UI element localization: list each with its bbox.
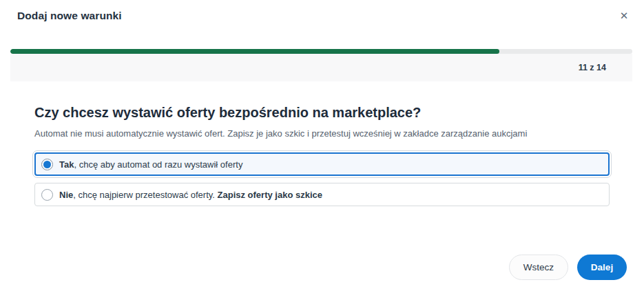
radio-icon[interactable] — [41, 159, 53, 170]
progress-fill — [10, 49, 499, 54]
wizard-footer: Wstecz Dalej — [509, 255, 627, 280]
question-heading: Czy chcesz wystawić oferty bezpośrednio … — [34, 103, 610, 121]
modal-header: Dodaj nowe warunki ✕ — [0, 0, 644, 33]
wizard-step-content: Czy chcesz wystawić oferty bezpośrednio … — [34, 103, 610, 213]
option-label: Tak, chcę aby automat od razu wystawił o… — [59, 159, 242, 170]
progress-bar — [10, 49, 632, 54]
radio-icon[interactable] — [41, 189, 53, 201]
option-yes-publish[interactable]: Tak, chcę aby automat od razu wystawił o… — [34, 152, 610, 176]
question-description: Automat nie musi automatycznie wystawić … — [34, 128, 610, 139]
option-label: Nie, chcę najpierw przetestować oferty. … — [59, 190, 322, 200]
progress-band: 11 z 14 — [10, 54, 632, 81]
next-button[interactable]: Dalej — [577, 255, 627, 280]
progress-section: 11 z 14 — [10, 49, 632, 81]
close-icon[interactable]: ✕ — [616, 8, 632, 24]
back-button[interactable]: Wstecz — [509, 255, 568, 280]
step-counter: 11 z 14 — [579, 63, 606, 72]
option-no-draft[interactable]: Nie, chcę najpierw przetestować oferty. … — [34, 183, 610, 206]
modal-title: Dodaj nowe warunki — [17, 10, 122, 22]
options-list: Tak, chcę aby automat od razu wystawił o… — [34, 152, 610, 206]
